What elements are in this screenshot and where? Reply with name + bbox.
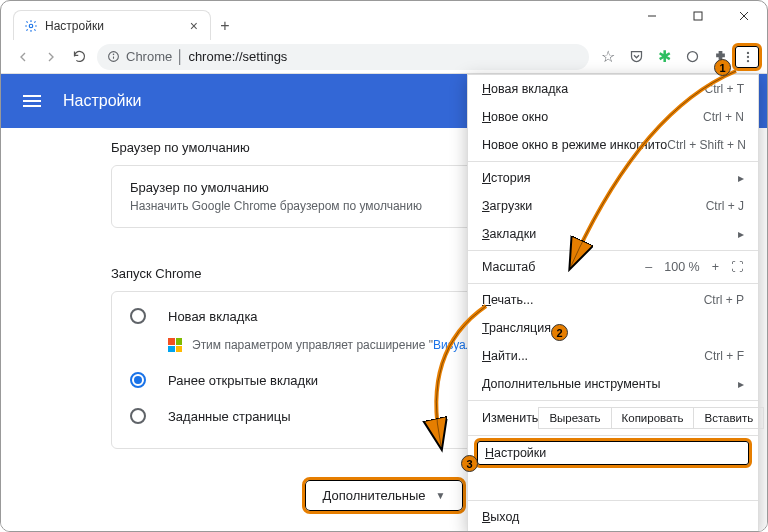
menu-help[interactable]: Справка bbox=[468, 470, 758, 498]
zoom-in-button[interactable]: + bbox=[712, 260, 719, 274]
microsoft-icon bbox=[168, 338, 182, 352]
radio-icon bbox=[130, 308, 146, 324]
zoom-out-button[interactable]: – bbox=[645, 260, 652, 274]
addr-url: chrome://settings bbox=[188, 49, 287, 64]
zoom-value: 100 % bbox=[664, 260, 699, 274]
browser-tab-settings[interactable]: Настройки × bbox=[13, 10, 211, 40]
menu-more-tools[interactable]: Дополнительные инструменты▸ bbox=[468, 370, 758, 398]
annotation-badge-1: 1 bbox=[714, 59, 731, 76]
menu-history[interactable]: История▸ bbox=[468, 164, 758, 192]
menu-cut[interactable]: Вырезать bbox=[539, 408, 611, 428]
hamburger-menu-icon[interactable] bbox=[23, 92, 41, 110]
window-maximize-button[interactable] bbox=[675, 1, 721, 31]
radio-icon bbox=[130, 408, 146, 424]
menu-edit-row: Изменить Вырезать Копировать Вставить bbox=[468, 403, 758, 433]
annotation-badge-3: 3 bbox=[461, 455, 478, 472]
settings-title: Настройки bbox=[63, 92, 141, 110]
menu-exit[interactable]: Выход bbox=[468, 503, 758, 531]
menu-new-window[interactable]: Новое окноCtrl + N bbox=[468, 103, 758, 131]
menu-bookmarks[interactable]: Закладки▸ bbox=[468, 220, 758, 248]
fullscreen-icon[interactable]: ⛶ bbox=[731, 260, 744, 274]
tab-title: Настройки bbox=[45, 19, 188, 33]
svg-point-4 bbox=[29, 24, 33, 28]
chevron-right-icon: ▸ bbox=[738, 377, 744, 391]
svg-point-10 bbox=[747, 55, 749, 57]
pocket-icon[interactable] bbox=[625, 46, 647, 68]
gear-icon bbox=[24, 19, 38, 33]
svg-point-9 bbox=[747, 51, 749, 53]
menu-copy[interactable]: Копировать bbox=[612, 408, 695, 428]
menu-new-tab[interactable]: ННовая вкладкаовая вкладкаCtrl + T bbox=[468, 75, 758, 103]
chevron-right-icon: ▸ bbox=[738, 227, 744, 241]
menu-paste[interactable]: Вставить bbox=[694, 408, 763, 428]
info-icon bbox=[107, 50, 120, 63]
new-tab-button[interactable]: + bbox=[211, 12, 239, 40]
browser-main-menu: ННовая вкладкаовая вкладкаCtrl + T Новое… bbox=[467, 74, 759, 532]
evernote-icon[interactable]: ✱ bbox=[653, 46, 675, 68]
menu-incognito[interactable]: Новое окно в режиме инкогнитоCtrl + Shif… bbox=[468, 131, 758, 159]
advanced-button[interactable]: Дополнительные ▼ bbox=[302, 477, 467, 514]
window-close-button[interactable] bbox=[721, 1, 767, 31]
menu-find[interactable]: Найти...Ctrl + F bbox=[468, 342, 758, 370]
menu-zoom: Масштаб – 100 % + ⛶ bbox=[468, 253, 758, 281]
svg-point-11 bbox=[747, 59, 749, 61]
annotation-badge-2: 2 bbox=[551, 324, 568, 341]
menu-print[interactable]: Печать...Ctrl + P bbox=[468, 286, 758, 314]
window-minimize-button[interactable] bbox=[629, 1, 675, 31]
addr-origin-chip: Chrome bbox=[126, 49, 172, 64]
menu-cast[interactable]: Трансляция... bbox=[468, 314, 758, 342]
svg-point-8 bbox=[687, 52, 697, 62]
menu-settings[interactable]: Настройки bbox=[474, 438, 752, 468]
chevron-right-icon: ▸ bbox=[738, 171, 744, 185]
star-bookmark-icon[interactable]: ☆ bbox=[597, 46, 619, 68]
chevron-down-icon: ▼ bbox=[436, 490, 446, 501]
nav-forward-button bbox=[37, 43, 65, 71]
nav-reload-button[interactable] bbox=[65, 43, 93, 71]
radio-checked-icon bbox=[130, 372, 146, 388]
nav-back-button[interactable] bbox=[9, 43, 37, 71]
extension-icon[interactable] bbox=[681, 46, 703, 68]
address-bar[interactable]: Chrome │ chrome://settings bbox=[97, 44, 589, 70]
kebab-menu-icon[interactable] bbox=[737, 46, 759, 68]
menu-downloads[interactable]: ЗагрузкиCtrl + J bbox=[468, 192, 758, 220]
close-tab-icon[interactable]: × bbox=[188, 18, 200, 34]
svg-rect-1 bbox=[694, 12, 702, 20]
